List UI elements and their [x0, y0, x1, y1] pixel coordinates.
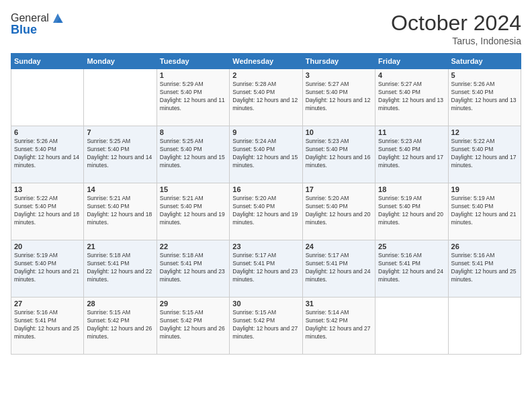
calendar-cell: 18Sunrise: 5:19 AM Sunset: 5:40 PM Dayli… — [375, 183, 448, 240]
calendar-cell: 12Sunrise: 5:22 AM Sunset: 5:40 PM Dayli… — [448, 126, 521, 183]
calendar-header-row: Sunday Monday Tuesday Wednesday Thursday… — [11, 54, 521, 69]
day-number: 13 — [14, 185, 81, 193]
calendar-cell: 30Sunrise: 5:15 AM Sunset: 5:42 PM Dayli… — [230, 298, 302, 355]
calendar-cell: 5Sunrise: 5:26 AM Sunset: 5:40 PM Daylig… — [448, 69, 521, 126]
day-info: Sunrise: 5:17 AM Sunset: 5:41 PM Dayligh… — [232, 252, 299, 284]
calendar-cell: 27Sunrise: 5:16 AM Sunset: 5:41 PM Dayli… — [11, 298, 84, 355]
day-info: Sunrise: 5:16 AM Sunset: 5:41 PM Dayligh… — [451, 252, 518, 284]
calendar-cell: 19Sunrise: 5:19 AM Sunset: 5:40 PM Dayli… — [448, 183, 521, 240]
day-number: 28 — [87, 300, 153, 308]
calendar-cell: 7Sunrise: 5:25 AM Sunset: 5:40 PM Daylig… — [84, 126, 157, 183]
header: General Blue October 2024 Tarus, Indones… — [11, 11, 521, 46]
calendar-cell: 9Sunrise: 5:24 AM Sunset: 5:40 PM Daylig… — [230, 126, 302, 183]
day-number: 12 — [451, 128, 518, 136]
calendar-cell — [11, 69, 84, 126]
day-number: 25 — [378, 242, 445, 250]
calendar-week-row: 6Sunrise: 5:26 AM Sunset: 5:40 PM Daylig… — [11, 126, 521, 183]
day-number: 6 — [14, 128, 81, 136]
col-thursday: Thursday — [302, 54, 375, 69]
day-info: Sunrise: 5:23 AM Sunset: 5:40 PM Dayligh… — [306, 138, 372, 170]
logo-icon — [50, 11, 65, 26]
day-info: Sunrise: 5:20 AM Sunset: 5:40 PM Dayligh… — [232, 195, 299, 227]
calendar-cell: 8Sunrise: 5:25 AM Sunset: 5:40 PM Daylig… — [157, 126, 229, 183]
calendar-cell: 26Sunrise: 5:16 AM Sunset: 5:41 PM Dayli… — [448, 240, 521, 298]
day-info: Sunrise: 5:19 AM Sunset: 5:40 PM Dayligh… — [451, 195, 518, 227]
calendar-cell: 20Sunrise: 5:19 AM Sunset: 5:40 PM Dayli… — [11, 240, 84, 298]
calendar-cell: 6Sunrise: 5:26 AM Sunset: 5:40 PM Daylig… — [11, 126, 84, 183]
title-block: October 2024 Tarus, Indonesia — [391, 11, 521, 46]
day-number: 22 — [160, 242, 226, 250]
calendar-cell: 22Sunrise: 5:18 AM Sunset: 5:41 PM Dayli… — [157, 240, 229, 298]
calendar-week-row: 20Sunrise: 5:19 AM Sunset: 5:40 PM Dayli… — [11, 240, 521, 298]
calendar-cell: 31Sunrise: 5:14 AM Sunset: 5:42 PM Dayli… — [302, 298, 375, 355]
calendar-cell: 13Sunrise: 5:22 AM Sunset: 5:40 PM Dayli… — [11, 183, 84, 240]
calendar-cell: 10Sunrise: 5:23 AM Sunset: 5:40 PM Dayli… — [302, 126, 375, 183]
day-number: 2 — [232, 71, 299, 79]
day-info: Sunrise: 5:14 AM Sunset: 5:42 PM Dayligh… — [306, 309, 372, 341]
day-number: 20 — [14, 242, 81, 250]
calendar-cell: 15Sunrise: 5:21 AM Sunset: 5:40 PM Dayli… — [157, 183, 229, 240]
day-info: Sunrise: 5:24 AM Sunset: 5:40 PM Dayligh… — [232, 138, 299, 170]
day-number: 30 — [232, 300, 299, 308]
col-monday: Monday — [84, 54, 157, 69]
day-info: Sunrise: 5:21 AM Sunset: 5:40 PM Dayligh… — [160, 195, 226, 227]
col-sunday: Sunday — [11, 54, 84, 69]
day-number: 29 — [160, 300, 226, 308]
calendar-cell: 23Sunrise: 5:17 AM Sunset: 5:41 PM Dayli… — [230, 240, 302, 298]
calendar-cell: 16Sunrise: 5:20 AM Sunset: 5:40 PM Dayli… — [230, 183, 302, 240]
calendar-cell: 28Sunrise: 5:15 AM Sunset: 5:42 PM Dayli… — [84, 298, 157, 355]
calendar-cell: 4Sunrise: 5:27 AM Sunset: 5:40 PM Daylig… — [375, 69, 448, 126]
calendar-week-row: 27Sunrise: 5:16 AM Sunset: 5:41 PM Dayli… — [11, 298, 521, 355]
day-info: Sunrise: 5:21 AM Sunset: 5:40 PM Dayligh… — [87, 195, 153, 227]
day-info: Sunrise: 5:23 AM Sunset: 5:40 PM Dayligh… — [378, 138, 445, 170]
day-info: Sunrise: 5:17 AM Sunset: 5:41 PM Dayligh… — [306, 252, 372, 284]
day-number: 18 — [378, 185, 445, 193]
day-info: Sunrise: 5:15 AM Sunset: 5:42 PM Dayligh… — [160, 309, 226, 341]
calendar-cell: 1Sunrise: 5:29 AM Sunset: 5:40 PM Daylig… — [157, 69, 229, 126]
day-number: 19 — [451, 185, 518, 193]
day-info: Sunrise: 5:18 AM Sunset: 5:41 PM Dayligh… — [160, 252, 226, 284]
calendar-cell: 3Sunrise: 5:27 AM Sunset: 5:40 PM Daylig… — [302, 69, 375, 126]
calendar-cell — [375, 298, 448, 355]
day-info: Sunrise: 5:28 AM Sunset: 5:40 PM Dayligh… — [232, 81, 299, 113]
day-info: Sunrise: 5:27 AM Sunset: 5:40 PM Dayligh… — [306, 81, 372, 113]
day-info: Sunrise: 5:19 AM Sunset: 5:40 PM Dayligh… — [378, 195, 445, 227]
month-title: October 2024 — [391, 11, 521, 36]
calendar-cell: 25Sunrise: 5:16 AM Sunset: 5:41 PM Dayli… — [375, 240, 448, 298]
calendar-cell — [448, 298, 521, 355]
calendar-cell: 29Sunrise: 5:15 AM Sunset: 5:42 PM Dayli… — [157, 298, 229, 355]
day-number: 8 — [160, 128, 226, 136]
day-number: 31 — [306, 300, 372, 308]
calendar-cell: 2Sunrise: 5:28 AM Sunset: 5:40 PM Daylig… — [230, 69, 302, 126]
calendar-cell: 21Sunrise: 5:18 AM Sunset: 5:41 PM Dayli… — [84, 240, 157, 298]
day-number: 15 — [160, 185, 226, 193]
col-saturday: Saturday — [448, 54, 521, 69]
col-friday: Friday — [375, 54, 448, 69]
day-number: 7 — [87, 128, 153, 136]
day-number: 21 — [87, 242, 153, 250]
calendar-cell: 11Sunrise: 5:23 AM Sunset: 5:40 PM Dayli… — [375, 126, 448, 183]
location-subtitle: Tarus, Indonesia — [391, 36, 521, 46]
calendar-cell: 14Sunrise: 5:21 AM Sunset: 5:40 PM Dayli… — [84, 183, 157, 240]
day-number: 23 — [232, 242, 299, 250]
col-wednesday: Wednesday — [230, 54, 302, 69]
day-number: 1 — [160, 71, 226, 79]
calendar-cell: 17Sunrise: 5:20 AM Sunset: 5:40 PM Dayli… — [302, 183, 375, 240]
calendar-week-row: 13Sunrise: 5:22 AM Sunset: 5:40 PM Dayli… — [11, 183, 521, 240]
day-number: 3 — [306, 71, 372, 79]
day-number: 10 — [306, 128, 372, 136]
day-number: 5 — [451, 71, 518, 79]
day-number: 11 — [378, 128, 445, 136]
calendar-cell: 24Sunrise: 5:17 AM Sunset: 5:41 PM Dayli… — [302, 240, 375, 298]
page: General Blue October 2024 Tarus, Indones… — [0, 0, 532, 411]
day-info: Sunrise: 5:29 AM Sunset: 5:40 PM Dayligh… — [160, 81, 226, 113]
day-number: 14 — [87, 185, 153, 193]
day-info: Sunrise: 5:26 AM Sunset: 5:40 PM Dayligh… — [14, 138, 81, 170]
day-info: Sunrise: 5:15 AM Sunset: 5:42 PM Dayligh… — [87, 309, 153, 341]
calendar-week-row: 1Sunrise: 5:29 AM Sunset: 5:40 PM Daylig… — [11, 69, 521, 126]
day-info: Sunrise: 5:25 AM Sunset: 5:40 PM Dayligh… — [87, 138, 153, 170]
day-number: 4 — [378, 71, 445, 79]
day-number: 26 — [451, 242, 518, 250]
logo: General Blue — [11, 11, 65, 37]
day-info: Sunrise: 5:16 AM Sunset: 5:41 PM Dayligh… — [378, 252, 445, 284]
